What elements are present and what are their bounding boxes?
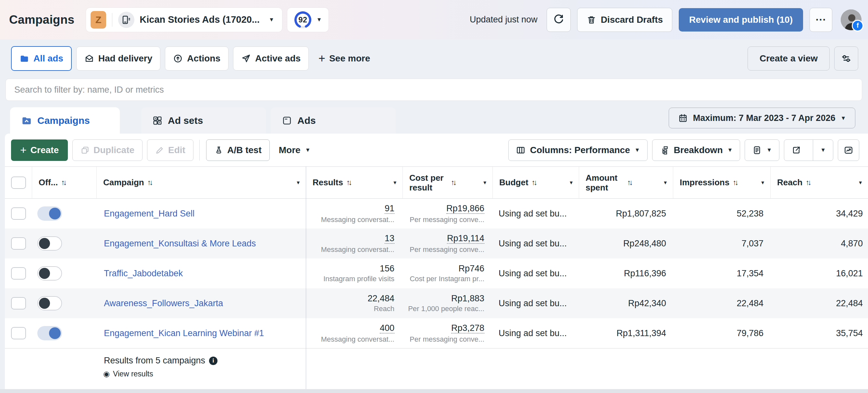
- column-header-campaign[interactable]: Campaign ↑↓ ▼: [97, 167, 306, 198]
- filter-chip-actions[interactable]: Actions: [165, 47, 228, 71]
- filter-chip-all-ads[interactable]: All ads: [11, 46, 72, 71]
- tab-ad-sets[interactable]: Ad sets: [141, 107, 266, 134]
- discard-drafts-label: Discard Drafts: [601, 15, 663, 25]
- score-value: 92: [294, 11, 312, 29]
- filter-caret-icon[interactable]: ▼: [660, 180, 668, 185]
- trash-icon: [587, 15, 596, 25]
- campaign-name-link[interactable]: Awareness_Followers_Jakarta: [104, 299, 223, 308]
- table-row[interactable]: Engagement_Hard Sell 91 Messaging conver…: [5, 199, 868, 228]
- bottom-scrollbar-track[interactable]: [0, 389, 868, 393]
- more-options-button[interactable]: ...: [810, 8, 832, 32]
- account-selector[interactable]: Z Kican Stories Ads (17020... ▼: [86, 8, 282, 32]
- budget-header-label: Budget: [499, 177, 528, 188]
- table-row[interactable]: Engagement_Konsultasi & More Leads 13 Me…: [5, 228, 868, 258]
- actions-icon: [173, 54, 183, 63]
- filter-chip-had-delivery[interactable]: Had delivery: [76, 47, 161, 71]
- export-options-button[interactable]: ▼: [813, 140, 833, 161]
- campaign-name-link[interactable]: Engagement_Kican Learning Webinar #1: [104, 328, 264, 338]
- reach-value: 35,754: [836, 328, 863, 338]
- results-value[interactable]: 156: [380, 264, 394, 273]
- filter-chip-label: Had delivery: [98, 53, 153, 64]
- row-checkbox[interactable]: [11, 327, 26, 339]
- cost-header-label: Cost per result: [409, 173, 447, 192]
- business-avatar: Z: [91, 11, 106, 29]
- filter-chip-label: Active ads: [255, 53, 301, 64]
- columns-dropdown[interactable]: Columns: Performance ▼: [508, 139, 648, 161]
- column-header-cost-per-result[interactable]: Cost per result ↑↓ ▼: [403, 167, 493, 198]
- breakdown-label: Breakdown: [674, 145, 723, 156]
- filter-caret-icon[interactable]: ▼: [390, 180, 397, 185]
- breakdown-dropdown[interactable]: Breakdown ▼: [652, 139, 740, 161]
- info-icon[interactable]: i: [209, 357, 217, 365]
- reports-dropdown[interactable]: ▼: [745, 139, 779, 161]
- column-header-off[interactable]: Off... ↑↓: [32, 167, 97, 198]
- sort-icon: ↑↓: [806, 178, 810, 187]
- row-checkbox[interactable]: [11, 237, 26, 250]
- breakdown-icon: [660, 145, 669, 155]
- filter-chip-label: Actions: [187, 53, 220, 64]
- ab-test-label: A/B test: [227, 145, 261, 156]
- campaign-name-link[interactable]: Engagement_Hard Sell: [104, 209, 194, 219]
- column-header-results[interactable]: Results ↑↓ ▼: [306, 167, 403, 198]
- column-header-reach[interactable]: Reach ↑↓ ▼: [771, 167, 868, 198]
- duplicate-button[interactable]: Duplicate: [72, 139, 143, 161]
- select-all-checkbox[interactable]: [11, 176, 26, 189]
- create-button[interactable]: + Create: [11, 139, 68, 161]
- cost-per-result-value[interactable]: Rp746: [458, 264, 484, 273]
- filter-caret-icon[interactable]: ▼: [855, 180, 863, 185]
- filter-caret-icon[interactable]: ▼: [480, 180, 487, 185]
- refresh-button[interactable]: [547, 8, 571, 32]
- filter-caret-icon[interactable]: ▼: [757, 180, 765, 185]
- tab-ads[interactable]: Ads: [271, 107, 396, 134]
- row-checkbox[interactable]: [11, 207, 26, 220]
- status-toggle[interactable]: [37, 296, 62, 310]
- create-a-view-button[interactable]: Create a view: [748, 47, 830, 71]
- more-dropdown[interactable]: More ▼: [279, 145, 311, 156]
- more-label: More: [279, 145, 301, 156]
- column-header-budget[interactable]: Budget ↑↓ ▼: [493, 167, 579, 198]
- ab-test-button[interactable]: A/B test: [206, 139, 270, 161]
- row-checkbox[interactable]: [11, 297, 26, 309]
- cost-per-result-value[interactable]: Rp19,114: [447, 234, 484, 244]
- date-range-selector[interactable]: Maximum: 7 Mar 2023 - 7 Apr 2026 ▼: [669, 108, 855, 129]
- edit-button[interactable]: Edit: [147, 139, 193, 161]
- review-and-publish-button[interactable]: Review and publish (10): [679, 8, 803, 31]
- table-row[interactable]: Traffic_Jabodetabek 156 Instagram profil…: [5, 258, 868, 288]
- view-results-link[interactable]: ◉ View results: [103, 370, 868, 378]
- columns-icon: [516, 145, 526, 155]
- tab-campaigns[interactable]: Campaigns: [10, 107, 120, 134]
- cost-per-result-value[interactable]: Rp1,883: [451, 294, 484, 303]
- campaign-name-link[interactable]: Traffic_Jabodetabek: [104, 269, 183, 279]
- filter-caret-icon[interactable]: ▼: [566, 180, 574, 185]
- row-checkbox[interactable]: [11, 267, 26, 280]
- table-row[interactable]: Engagement_Kican Learning Webinar #1 400…: [5, 318, 868, 348]
- filter-chip-active-ads[interactable]: Active ads: [233, 47, 309, 71]
- cost-per-result-value[interactable]: Rp3,278: [451, 324, 484, 334]
- see-more-filters-button[interactable]: + See more: [318, 52, 370, 65]
- view-settings-button[interactable]: [834, 47, 858, 71]
- cost-per-result-value[interactable]: Rp19,866: [446, 204, 484, 214]
- results-value[interactable]: 22,484: [368, 294, 394, 303]
- status-toggle[interactable]: [37, 236, 62, 251]
- table-row[interactable]: Awareness_Followers_Jakarta 22,484 Reach…: [5, 288, 868, 318]
- filter-caret-icon[interactable]: ▼: [293, 180, 301, 185]
- sort-icon: ↑↓: [61, 178, 65, 187]
- status-toggle[interactable]: [37, 326, 62, 340]
- results-value[interactable]: 91: [385, 204, 394, 214]
- column-header-impressions[interactable]: Impressions ↑↓ ▼: [673, 167, 771, 198]
- campaign-name-link[interactable]: Engagement_Konsultasi & More Leads: [104, 238, 256, 249]
- opportunity-score-gauge: 92: [294, 11, 312, 29]
- search-input[interactable]: [6, 79, 862, 101]
- status-toggle[interactable]: [37, 206, 62, 221]
- export-button[interactable]: [784, 140, 808, 161]
- results-value[interactable]: 13: [385, 234, 394, 244]
- discard-drafts-button[interactable]: Discard Drafts: [577, 8, 672, 32]
- column-header-amount-spent[interactable]: Amount spent ↑↓ ▼: [579, 167, 673, 198]
- status-toggle[interactable]: [37, 266, 62, 281]
- user-avatar[interactable]: f: [841, 9, 862, 30]
- chevron-down-icon: ▼: [840, 115, 846, 121]
- charts-button[interactable]: [838, 139, 859, 161]
- cost-sublabel: Per 1,000 people reac...: [408, 305, 484, 312]
- results-value[interactable]: 400: [380, 324, 394, 334]
- account-score-dropdown[interactable]: 92 ▼: [287, 8, 329, 32]
